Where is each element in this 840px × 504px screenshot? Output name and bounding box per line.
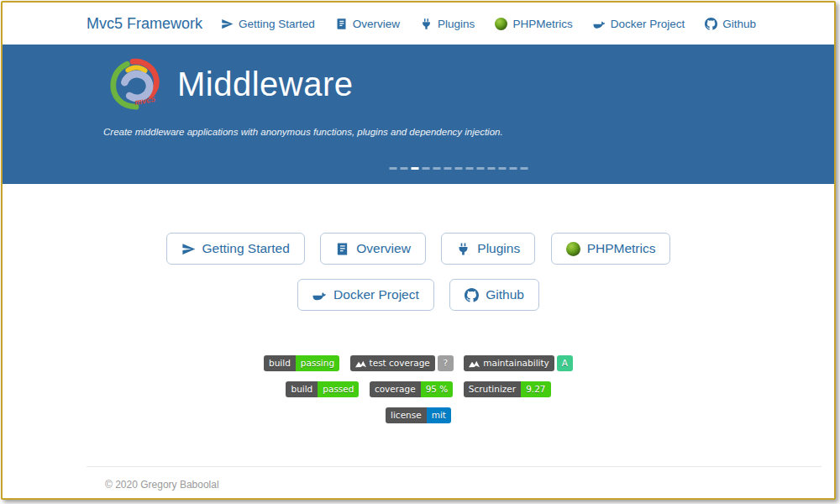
nav-item-label: Getting Started	[239, 18, 315, 30]
button-label: Getting Started	[202, 241, 290, 256]
badge-label: build	[291, 381, 312, 397]
nav-item-overview[interactable]: Overview	[335, 18, 400, 30]
badge-value: A	[557, 355, 573, 371]
carousel-dash[interactable]	[477, 167, 485, 170]
coverage-badge[interactable]: coverage 95 %	[370, 381, 453, 397]
brand-link[interactable]: Mvc5 Framework	[87, 15, 202, 33]
carousel-dash[interactable]	[488, 167, 496, 170]
plug-icon	[456, 242, 470, 256]
test-coverage-badge[interactable]: test coverage ?	[350, 355, 454, 371]
button-label: Plugins	[477, 241, 520, 256]
badge-label: coverage	[375, 381, 416, 397]
copyright-text: © 2020 Gregory Baboolal	[105, 479, 219, 491]
carousel-indicators	[390, 167, 528, 170]
nav-item-label: Plugins	[438, 18, 475, 30]
carousel-dash[interactable]	[444, 167, 452, 170]
badge-value: 95 %	[421, 381, 454, 397]
page-title: Middleware	[177, 66, 354, 103]
badge-value: passed	[318, 381, 359, 397]
badge-value: 9.27	[521, 381, 550, 397]
carousel-dash[interactable]	[423, 167, 430, 170]
badge-label: license	[391, 407, 422, 423]
badge-row-1: build passing test coverage ? maintainab…	[3, 354, 834, 370]
badge-value: ?	[438, 355, 454, 371]
badge-label: build	[269, 355, 291, 371]
nav-item-github[interactable]: Github	[705, 18, 756, 30]
quick-links-row-1: Getting Started Overview Plugins PHPMetr…	[3, 233, 834, 265]
nav-item-label: PHPMetrics	[512, 18, 572, 30]
build-passing-badge[interactable]: build passing	[264, 355, 339, 371]
carousel-dash[interactable]	[401, 167, 408, 170]
docker-project-button[interactable]: Docker Project	[297, 279, 434, 311]
navbar: Mvc5 Framework Getting Started Overview …	[3, 3, 834, 45]
button-label: Github	[486, 287, 524, 302]
badge-value: mit	[427, 407, 451, 423]
github-icon	[705, 18, 717, 30]
nav-item-label: Docker Project	[611, 18, 685, 30]
hero-banner: mvc5 Middleware Create middleware applic…	[3, 45, 834, 184]
badge-label: maintainability	[483, 355, 549, 371]
badge-row-2: build passed coverage 95 % Scrutinizer 9…	[3, 381, 834, 396]
github-icon	[465, 288, 479, 302]
carousel-dash[interactable]	[510, 167, 517, 170]
book-icon	[335, 18, 348, 30]
carousel-dash[interactable]	[390, 167, 397, 170]
badge-value: passing	[296, 355, 339, 371]
nav-item-docker-project[interactable]: Docker Project	[593, 18, 685, 30]
carousel-dash[interactable]	[521, 167, 528, 170]
phpmetrics-button[interactable]: PHPMetrics	[551, 233, 671, 265]
button-label: Overview	[356, 241, 411, 256]
button-label: PHPMetrics	[587, 241, 656, 256]
badge-row-3: license mit	[3, 407, 834, 423]
scrutinizer-score-badge[interactable]: Scrutinizer 9.27	[464, 381, 551, 397]
plug-icon	[420, 18, 433, 30]
quick-links: Getting Started Overview Plugins PHPMetr…	[3, 233, 834, 311]
docker-whale-icon	[312, 288, 327, 302]
getting-started-button[interactable]: Getting Started	[166, 233, 305, 265]
badge-label: test coverage	[370, 355, 430, 371]
page: Mvc5 Framework Getting Started Overview …	[1, 1, 836, 500]
carousel-dash[interactable]	[455, 167, 463, 170]
paper-plane-icon	[181, 242, 196, 256]
nav-item-getting-started[interactable]: Getting Started	[221, 18, 315, 30]
paper-plane-icon	[221, 18, 234, 30]
license-badge[interactable]: license mit	[386, 407, 451, 423]
carousel-dash[interactable]	[466, 167, 474, 170]
overview-button[interactable]: Overview	[320, 233, 426, 265]
footer: © 2020 Gregory Baboolal	[87, 466, 822, 491]
nav-item-label: Github	[722, 18, 756, 30]
status-badges: build passing test coverage ? maintainab…	[3, 354, 834, 423]
metrics-sphere-icon	[566, 242, 580, 256]
book-icon	[335, 242, 349, 256]
quick-links-row-2: Docker Project Github	[3, 279, 834, 311]
nav-items: Getting Started Overview Plugins PHPMetr…	[221, 18, 756, 30]
nav-item-plugins[interactable]: Plugins	[420, 18, 475, 30]
carousel-dash[interactable]	[499, 167, 507, 170]
nav-item-phpmetrics[interactable]: PHPMetrics	[495, 18, 572, 30]
badge-label: Scrutinizer	[469, 381, 516, 397]
button-label: Docker Project	[333, 287, 419, 302]
hero-subtitle: Create middleware applications with anon…	[103, 127, 750, 137]
maintainability-badge[interactable]: maintainability A	[464, 355, 573, 371]
build-passed-badge[interactable]: build passed	[286, 381, 359, 397]
scrutinizer-icon	[469, 360, 480, 368]
docker-whale-icon	[593, 18, 606, 30]
scrutinizer-icon	[355, 360, 366, 368]
github-button[interactable]: Github	[449, 279, 539, 311]
carousel-dash[interactable]	[412, 167, 419, 170]
mvc5-logo: mvc5	[108, 58, 160, 110]
metrics-sphere-icon	[495, 18, 507, 30]
plugins-button[interactable]: Plugins	[441, 233, 535, 265]
nav-item-label: Overview	[353, 18, 400, 30]
carousel-dash[interactable]	[433, 167, 441, 170]
